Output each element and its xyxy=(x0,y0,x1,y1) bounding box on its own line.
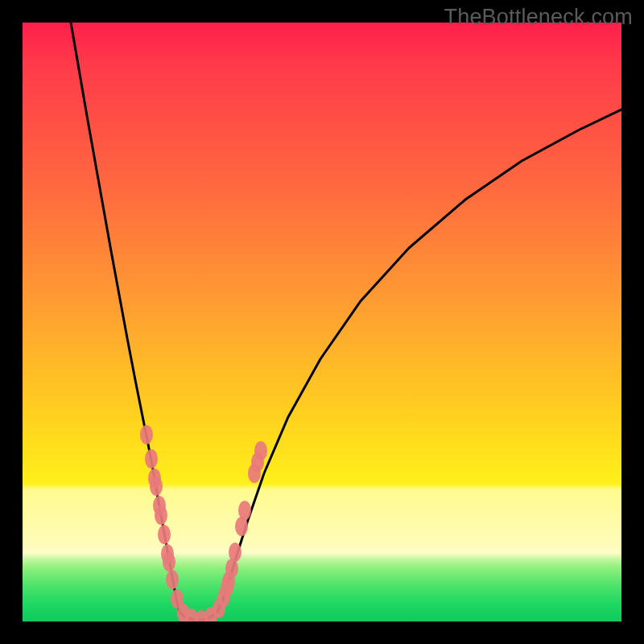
data-marker xyxy=(158,525,171,544)
data-marker xyxy=(238,501,251,520)
watermark-text: TheBottleneck.com xyxy=(444,5,633,30)
curve-layer xyxy=(23,23,621,621)
data-marker xyxy=(140,425,153,444)
data-marker xyxy=(145,449,158,469)
data-marker xyxy=(166,570,179,589)
chart-frame: TheBottleneck.com xyxy=(0,0,644,644)
data-marker xyxy=(254,441,267,460)
data-marker xyxy=(229,543,242,562)
data-marker xyxy=(163,552,175,572)
data-marker xyxy=(155,506,167,525)
bottleneck-curve xyxy=(71,23,621,620)
plot-area xyxy=(23,23,621,621)
data-marker xyxy=(150,477,163,496)
